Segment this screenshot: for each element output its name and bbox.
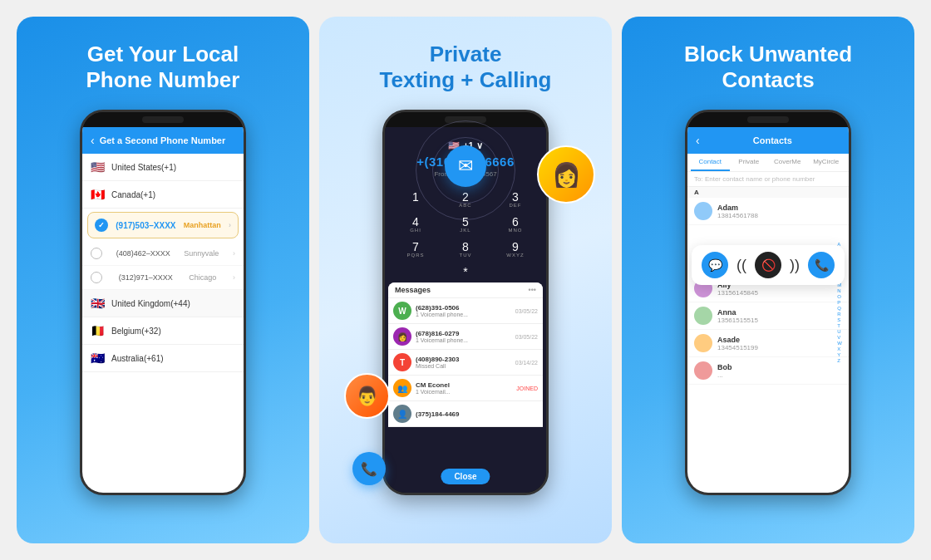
back-icon[interactable]: ‹ bbox=[91, 134, 95, 147]
contact-avatar-asade bbox=[694, 334, 712, 352]
contact-phone-adam: 13814561788 bbox=[717, 212, 842, 219]
contact-info-asade: Asade 13454515199 bbox=[717, 336, 842, 351]
tab-contact[interactable]: Contact bbox=[691, 154, 730, 171]
country-list: 🇺🇸 United States(+1) 🇨🇦 Canada(+1) ✓ (91… bbox=[82, 154, 244, 372]
msg-time-2: 03/14/22 bbox=[515, 360, 538, 366]
action-message-icon[interactable]: 💬 bbox=[702, 252, 728, 278]
option-radio-2 bbox=[91, 272, 102, 283]
msg-name-0: (628)391-0506 bbox=[416, 304, 511, 312]
panel-private-calling: Private Texting + Calling ✉ 👩 🇺🇸 +1 ∨ +(… bbox=[319, 17, 612, 543]
check-icon: ✓ bbox=[95, 219, 108, 232]
contacts-search-placeholder: To: Enter contact name or phone number bbox=[694, 175, 815, 183]
selected-location: Manhattan bbox=[184, 221, 221, 229]
contacts-list: Adam 13814561788 💬 (( 🚫 )) 📞 bbox=[687, 198, 849, 385]
selected-number: (917)503–XXXX bbox=[116, 221, 175, 230]
contact-phone-asade: 13454515199 bbox=[717, 344, 842, 351]
msg-content-1: (678)816-0279 1 Voicemail phone... bbox=[416, 330, 511, 343]
msg-text-1: 1 Voicemail phone... bbox=[416, 337, 511, 343]
country-usa-label: United States(+1) bbox=[111, 163, 176, 172]
country-uk-label: United Kingdom(+44) bbox=[111, 299, 190, 308]
contact-adam[interactable]: Adam 13814561788 bbox=[687, 198, 849, 225]
msg-row-1[interactable]: 👩 (678)816-0279 1 Voicemail phone... 03/… bbox=[388, 324, 543, 350]
country-australia[interactable]: 🇦🇺 Australia(+61) bbox=[82, 345, 244, 372]
contact-info-anna: Anna 13561515515 bbox=[717, 308, 842, 324]
key-4[interactable]: 4GHI bbox=[392, 213, 440, 236]
tab-coverme[interactable]: CoverMe bbox=[768, 154, 807, 171]
panel-block-contacts: Block Unwanted Contacts ‹ Contacts Conta… bbox=[622, 17, 914, 543]
option-radio-1 bbox=[91, 248, 102, 259]
key-9[interactable]: 9WXYZ bbox=[491, 238, 539, 261]
msg-text-0: 1 Voicemail phone... bbox=[416, 312, 511, 317]
screen3: ‹ Contacts Contact Private CoverMe MyCir… bbox=[687, 127, 849, 493]
tab-private[interactable]: Private bbox=[730, 154, 769, 171]
contact-name-anna: Anna bbox=[717, 308, 842, 317]
key-6[interactable]: 6MNO bbox=[491, 213, 539, 236]
action-block-icon[interactable]: 🚫 bbox=[755, 252, 781, 278]
contact-name-bob: Bob bbox=[717, 363, 842, 371]
arrow-icon-2: › bbox=[233, 249, 235, 258]
contact-bob[interactable]: Bob ... bbox=[687, 357, 849, 385]
email-icon: ✉ bbox=[445, 145, 486, 187]
phone1-notch bbox=[82, 112, 244, 127]
contacts-back-icon[interactable]: ‹ bbox=[696, 134, 700, 147]
contact-name-adam: Adam bbox=[717, 204, 842, 212]
selected-number-row[interactable]: ✓ (917)503–XXXX Manhattan › bbox=[87, 212, 239, 238]
msg-row-3[interactable]: 👥 CM Econel 1 Voicemail... JOINED bbox=[388, 376, 543, 401]
msg-time-1: 03/05/22 bbox=[515, 334, 538, 340]
screen1-header: ‹ Get a Second Phone Number bbox=[82, 127, 244, 154]
messages-title: Messages bbox=[395, 286, 431, 294]
screen1: ‹ Get a Second Phone Number 🇺🇸 United St… bbox=[82, 127, 244, 493]
messages-more-icon: ••• bbox=[529, 286, 536, 294]
contacts-tabs: Contact Private CoverMe MyCircle bbox=[687, 154, 849, 172]
msg-avatar-1: 👩 bbox=[393, 327, 411, 346]
country-usa[interactable]: 🇺🇸 United States(+1) bbox=[82, 154, 244, 181]
country-canada-label: Canada(+1) bbox=[111, 190, 155, 199]
msg-name-1: (678)816-0279 bbox=[416, 330, 511, 337]
panel-local-number: Get Your Local Phone Number ‹ Get a Seco… bbox=[17, 17, 309, 543]
flag-belgium: 🇧🇪 bbox=[91, 324, 105, 337]
msg-content-2: (408)890-2303 Missed Call bbox=[416, 356, 511, 369]
paren-right: )) bbox=[790, 257, 800, 274]
close-button[interactable]: Close bbox=[441, 469, 490, 484]
flag-australia: 🇦🇺 bbox=[91, 351, 105, 365]
option-location-1: Sunnyvale bbox=[184, 249, 219, 258]
contact-anna[interactable]: Anna 13561515515 bbox=[687, 302, 849, 330]
phone3-notch bbox=[687, 112, 849, 127]
tab-mycircle[interactable]: MyCircle bbox=[807, 154, 846, 171]
option-row-2[interactable]: (312)971–XXXX Chicago › bbox=[82, 266, 244, 290]
contact-avatar-bob bbox=[694, 361, 712, 380]
msg-name-4: (375)184-4469 bbox=[416, 410, 534, 418]
contacts-header-title: Contacts bbox=[705, 135, 840, 145]
contact-asade[interactable]: Asade 13454515199 bbox=[687, 330, 849, 357]
msg-avatar-2: T bbox=[393, 353, 411, 371]
country-belgium[interactable]: 🇧🇪 Belgium(+32) bbox=[82, 317, 244, 345]
option-row-1[interactable]: (408)462–XXXX Sunnyvale › bbox=[82, 242, 244, 266]
paren-left: (( bbox=[736, 257, 746, 274]
country-uk[interactable]: 🇬🇧 United Kingdom(+44) bbox=[82, 290, 244, 317]
msg-row-4[interactable]: 👤 (375)184-4469 bbox=[388, 401, 543, 427]
msg-row-2[interactable]: T (408)890-2303 Missed Call 03/14/22 bbox=[388, 350, 543, 376]
msg-row-0[interactable]: W (628)391-0506 1 Voicemail phone... 03/… bbox=[388, 298, 543, 324]
phone1-wrapper: ‹ Get a Second Phone Number 🇺🇸 United St… bbox=[33, 110, 293, 527]
action-call-icon[interactable]: 📞 bbox=[808, 252, 835, 278]
msg-name-3: CM Econel bbox=[416, 381, 512, 389]
phone1-notch-bar bbox=[142, 116, 184, 123]
contact-phone-anna: 13561515515 bbox=[717, 317, 842, 324]
option-number-1: (408)462–XXXX bbox=[116, 249, 170, 258]
key-star[interactable]: * bbox=[385, 264, 546, 279]
contacts-search[interactable]: To: Enter contact name or phone number bbox=[687, 172, 849, 187]
key-8[interactable]: 8TUV bbox=[441, 238, 490, 261]
key-7[interactable]: 7PQRS bbox=[392, 238, 440, 261]
phone3-wrapper: ‹ Contacts Contact Private CoverMe MyCir… bbox=[638, 110, 898, 527]
contact-avatar-anna bbox=[694, 307, 712, 325]
msg-text-2: Missed Call bbox=[416, 363, 511, 369]
msg-time-3: JOINED bbox=[516, 386, 538, 391]
contact-phone-bob: ... bbox=[717, 371, 842, 379]
action-bar: 💬 (( 🚫 )) 📞 bbox=[692, 245, 845, 285]
messages-mini: Messages ••• W (628)391-0506 1 Voicemail… bbox=[388, 282, 543, 427]
msg-name-2: (408)890-2303 bbox=[416, 356, 511, 363]
call-button-float[interactable]: 📞 bbox=[352, 452, 386, 485]
country-canada[interactable]: 🇨🇦 Canada(+1) bbox=[82, 181, 244, 209]
msg-content-3: CM Econel 1 Voicemail... bbox=[416, 381, 512, 395]
arrow-icon: › bbox=[229, 221, 231, 229]
